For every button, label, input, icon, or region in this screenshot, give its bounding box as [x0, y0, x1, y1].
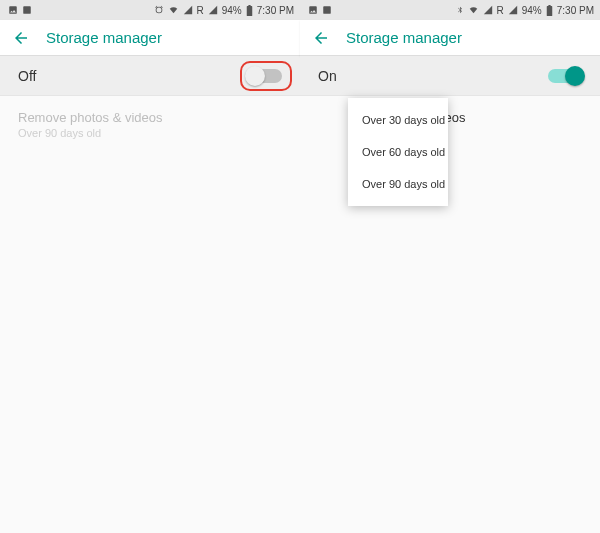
- master-switch[interactable]: [248, 69, 282, 83]
- pref-title-partial: videos: [428, 110, 582, 125]
- dropdown-option-60[interactable]: Over 60 days old: [348, 136, 448, 168]
- wifi-icon: [168, 5, 179, 15]
- app-bar: Storage manager: [0, 20, 300, 56]
- age-dropdown-menu: Over 30 days old Over 60 days old Over 9…: [348, 98, 448, 206]
- picture-icon: [322, 5, 332, 15]
- back-arrow-icon[interactable]: [12, 29, 30, 47]
- alarm-icon: [154, 5, 164, 15]
- settings-content: videos: [300, 96, 600, 139]
- signal-icon: [483, 5, 493, 15]
- switch-thumb: [565, 66, 585, 86]
- app-bar: Storage manager: [300, 20, 600, 56]
- switch-thumb: [245, 66, 265, 86]
- page-title: Storage manager: [346, 29, 462, 46]
- bluetooth-icon: [456, 5, 464, 15]
- dropdown-option-30[interactable]: Over 30 days old: [348, 104, 448, 136]
- picture-icon: [8, 5, 18, 15]
- clock-time: 7:30 PM: [557, 5, 594, 16]
- svg-rect-0: [23, 6, 31, 14]
- battery-icon: [246, 5, 253, 16]
- page-title: Storage manager: [46, 29, 162, 46]
- picture-icon: [308, 5, 318, 15]
- picture-icon: [22, 5, 32, 15]
- pref-subtitle: Over 90 days old: [18, 127, 282, 139]
- battery-percent: 94%: [222, 5, 242, 16]
- phone-left: R 94% 7:30 PM Storage manager Off: [0, 0, 300, 533]
- status-bar: R 94% 7:30 PM: [0, 0, 300, 20]
- signal-icon: [208, 5, 218, 15]
- master-switch[interactable]: [548, 69, 582, 83]
- pref-title: Remove photos & videos: [18, 110, 282, 125]
- master-toggle-row[interactable]: Off: [0, 56, 300, 96]
- master-toggle-row[interactable]: On: [300, 56, 600, 96]
- wifi-icon: [468, 5, 479, 15]
- roaming-label: R: [197, 5, 204, 16]
- back-arrow-icon[interactable]: [312, 29, 330, 47]
- dual-screenshot-container: R 94% 7:30 PM Storage manager Off: [0, 0, 600, 533]
- phone-right: R 94% 7:30 PM Storage manager On vid: [300, 0, 600, 533]
- settings-content: Remove photos & videos Over 90 days old: [0, 96, 300, 153]
- battery-icon: [546, 5, 553, 16]
- status-bar: R 94% 7:30 PM: [300, 0, 600, 20]
- battery-percent: 94%: [522, 5, 542, 16]
- toggle-state-label: On: [318, 68, 337, 84]
- signal-icon: [508, 5, 518, 15]
- dropdown-option-90[interactable]: Over 90 days old: [348, 168, 448, 200]
- toggle-state-label: Off: [18, 68, 36, 84]
- svg-rect-1: [323, 6, 331, 14]
- signal-icon: [183, 5, 193, 15]
- remove-media-pref: Remove photos & videos Over 90 days old: [18, 110, 282, 139]
- roaming-label: R: [497, 5, 504, 16]
- clock-time: 7:30 PM: [257, 5, 294, 16]
